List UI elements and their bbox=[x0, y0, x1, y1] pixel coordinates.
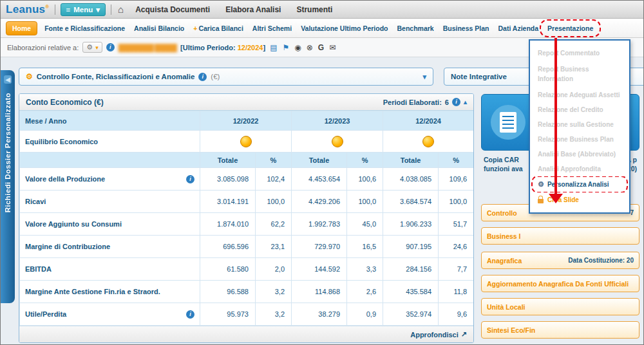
top-menu-acquista-documenti[interactable]: Acquista Documenti bbox=[130, 5, 215, 14]
lock-icon bbox=[538, 199, 544, 203]
chevron-up-icon[interactable]: ▴ bbox=[464, 98, 467, 106]
tab-presentazione[interactable]: Presentazione bbox=[543, 23, 598, 34]
panel-button-sintesi-eco-fin[interactable]: Sintesi Eco/Fin bbox=[481, 321, 639, 339]
table-header-row: Mese / Anno 12/2022 12/2023 12/2024 bbox=[20, 111, 474, 131]
row-label: Margine Ante Gestione Fin.ria e Straord. bbox=[25, 288, 160, 295]
row-label: Valore della Produzione bbox=[25, 175, 105, 183]
remove-icon[interactable]: ⊗ bbox=[306, 43, 314, 52]
equilibrio-label: Equilibrio Economico bbox=[20, 131, 200, 153]
menu-item-report-business-information[interactable]: Report Business Information bbox=[530, 61, 629, 88]
tab-business-plan[interactable]: Business Plan bbox=[439, 23, 494, 34]
info-icon[interactable]: i bbox=[186, 175, 194, 183]
cell-value: 3,2 bbox=[256, 281, 292, 303]
note-fragment: Copia CAR bbox=[484, 156, 519, 163]
cell-value: 114.868 bbox=[292, 281, 347, 303]
cell-value: 3,2 bbox=[256, 303, 292, 326]
richiedi-dossier-tab[interactable]: ◀ Richiedi Dossier Personalizzato bbox=[1, 70, 15, 303]
table-row: EBITDA 61.580 2,0 144.592 3,3 284.156 7,… bbox=[20, 258, 474, 281]
row-label: EBITDA bbox=[25, 265, 52, 273]
top-menu-elabora-analisi[interactable]: Elabora Analisi bbox=[220, 5, 286, 14]
cell-value: 3.085.098 bbox=[200, 168, 256, 191]
menu-item-analisi-base-abbreviato[interactable]: Analisi Base (Abbreviato) bbox=[530, 147, 629, 162]
cell-value: 95.973 bbox=[200, 303, 256, 326]
row-label: Utile/Perdita bbox=[25, 310, 66, 318]
info-icon[interactable]: i bbox=[106, 43, 115, 51]
note-fragment: funzioni ava bbox=[484, 165, 523, 172]
home-icon[interactable]: ⌂ bbox=[118, 4, 124, 15]
card-title: Conto Economico (€) bbox=[26, 98, 104, 107]
richiedi-dossier-label: Richiedi Dossier Personalizzato bbox=[4, 93, 12, 212]
card-footer: Approfondisci ↗ bbox=[19, 326, 473, 342]
comments-icon[interactable]: ✉ bbox=[328, 43, 336, 52]
panel-button-business[interactable]: Business I bbox=[481, 227, 639, 245]
main-nav: Home Fonte e Riclassificazione Analisi B… bbox=[1, 19, 643, 38]
conto-economico-table: Mese / Anno 12/2022 12/2023 12/2024 Equi… bbox=[19, 111, 474, 326]
eye-icon[interactable]: ◉ bbox=[294, 43, 301, 52]
menu-item-relazione-adeguati-assetti[interactable]: Relazione Adeguati Assetti bbox=[530, 88, 629, 102]
chevron-down-icon: ▾ bbox=[422, 73, 426, 81]
plus-icon: + bbox=[193, 24, 197, 32]
context-label: Elaborazioni relative a: bbox=[7, 44, 79, 51]
menu-item-relazione-business-plan[interactable]: Relazione Business Plan bbox=[530, 132, 629, 147]
approfondisci-link[interactable]: Approfondisci ↗ bbox=[410, 330, 467, 339]
tab-home[interactable]: Home bbox=[6, 21, 37, 35]
tab-valutazione-ultimo-periodo[interactable]: Valutazione Ultimo Periodo bbox=[296, 23, 392, 34]
context-settings-button[interactable]: ⚙ ▾ bbox=[82, 42, 102, 53]
tab-benchmark[interactable]: Benchmark bbox=[392, 23, 438, 34]
period-header: 12/2022 bbox=[200, 111, 292, 131]
tab-altri-schemi[interactable]: Altri Schemi bbox=[248, 23, 296, 34]
presentazione-dropdown-menu: Report Commentato Report Business Inform… bbox=[529, 39, 630, 214]
subheader-totale: Totale bbox=[383, 153, 439, 168]
equilibrio-status-icon[interactable] bbox=[422, 136, 434, 147]
top-menu-strumenti[interactable]: Strumenti bbox=[291, 5, 337, 14]
menu-item-relazione-sulla-gestione[interactable]: Relazione sulla Gestione bbox=[530, 117, 629, 132]
menu-button[interactable]: ≡ Menu ▾ bbox=[61, 3, 106, 16]
id-card-icon[interactable]: ▤ bbox=[269, 43, 278, 52]
controllo-fonte-dropdown[interactable]: ⚙ Controllo Fonte, Riclassificazioni e A… bbox=[19, 68, 433, 86]
cell-value: 352.974 bbox=[383, 303, 439, 326]
subheader-pct: % bbox=[439, 153, 474, 168]
info-icon[interactable]: i bbox=[198, 73, 207, 81]
panel-button-anagrafica[interactable]: Anagrafica Data Costituzione: 20 bbox=[481, 252, 639, 269]
cell-value: 51,7 bbox=[439, 213, 474, 236]
document-icon bbox=[500, 112, 516, 133]
tab-dati-azienda[interactable]: Dati Azienda bbox=[493, 23, 543, 34]
table-row: Valore Aggiunto su Consumi 1.874.010 62,… bbox=[20, 213, 474, 236]
tab-carica-bilanci[interactable]: +Carica Bilanci bbox=[189, 23, 248, 34]
cell-value: 4.429.206 bbox=[292, 191, 347, 213]
subheader-row: Totale % Totale % Totale % bbox=[20, 153, 474, 168]
cell-value: 729.970 bbox=[292, 236, 347, 258]
equilibrio-status-icon[interactable] bbox=[240, 136, 252, 147]
registered-mark: ® bbox=[45, 4, 49, 10]
equilibrio-status-icon[interactable] bbox=[332, 136, 343, 147]
panel-button-unita-locali[interactable]: Unità Locali bbox=[481, 298, 639, 315]
cell-value: 109,6 bbox=[439, 168, 474, 191]
panel-button-aggiornamento-anagrafica[interactable]: Aggiornamento Anagrafica Da Fonti Uffici… bbox=[481, 275, 639, 292]
info-icon[interactable]: i bbox=[452, 98, 460, 106]
info-icon[interactable]: i bbox=[186, 310, 194, 319]
menu-item-report-commentato[interactable]: Report Commentato bbox=[530, 46, 629, 61]
cell-value: 100,0 bbox=[347, 191, 383, 213]
menu-item-analisi-approfondita[interactable]: Analisi Approfondita bbox=[530, 162, 629, 176]
gear-icon: ⚙ bbox=[538, 180, 544, 189]
equilibrio-row: Equilibrio Economico bbox=[20, 131, 474, 153]
external-link-icon: ↗ bbox=[461, 330, 467, 339]
divider bbox=[111, 5, 111, 15]
google-icon[interactable]: G bbox=[317, 43, 325, 52]
periodi-elaborati: Periodi Elaborati: 6 i ▴ bbox=[383, 98, 467, 106]
cell-value: 100,6 bbox=[347, 168, 383, 191]
row-label: Margine di Contribuzione bbox=[25, 243, 110, 250]
tag-icon[interactable]: ⚑ bbox=[281, 43, 290, 52]
menu-item-relazione-del-credito[interactable]: Relazione del Credito bbox=[530, 102, 629, 117]
tab-fonte-e-riclassificazione[interactable]: Fonte e Riclassificazione bbox=[40, 23, 129, 34]
ultimo-periodo-value: 12/2024 bbox=[238, 44, 263, 51]
panel-button-label: Aggiornamento Anagrafica Da Fonti Uffici… bbox=[487, 280, 629, 288]
cell-value: 23,1 bbox=[256, 236, 292, 258]
cell-value: 3.684.574 bbox=[383, 191, 439, 213]
table-row: Ricavi 3.014.191 100,0 4.429.206 100,0 3… bbox=[20, 191, 474, 213]
cell-value: 16,5 bbox=[347, 236, 383, 258]
panel-button-label: Sintesi Eco/Fin bbox=[487, 326, 535, 334]
tab-analisi-bilancio[interactable]: Analisi Bilancio bbox=[129, 23, 189, 34]
menu-item-personalizza-analisi[interactable]: ⚙ Personalizza Analisi bbox=[530, 176, 629, 192]
menu-item-crea-slide[interactable]: Crea Slide bbox=[530, 192, 629, 207]
